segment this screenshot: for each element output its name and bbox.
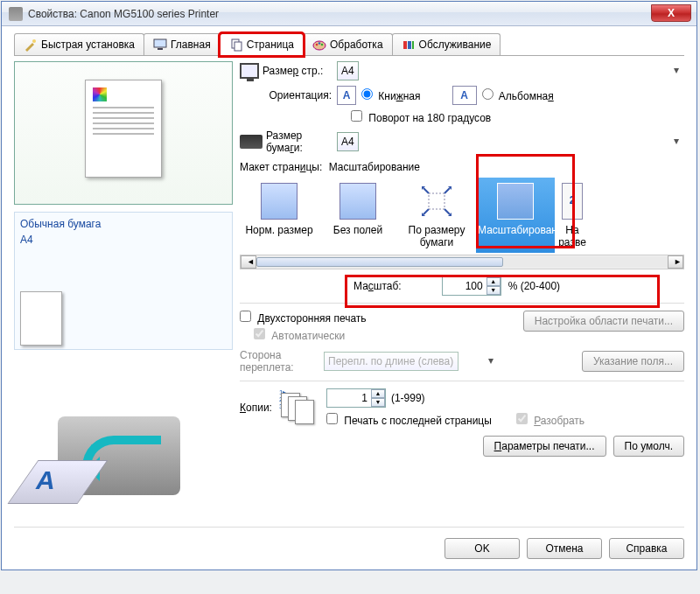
svg-point-6	[316, 44, 318, 46]
portrait-radio[interactable]: Книжная	[361, 88, 421, 102]
layout-scrollbar[interactable]: ◄ ►	[240, 255, 684, 269]
print-from-last-checkbox[interactable]: Печать с последней страницы	[326, 413, 492, 427]
binding-side-label: Сторона переплета:	[240, 349, 318, 374]
tab-quick-setup[interactable]: Быстрая установка	[14, 33, 144, 55]
layout-label: Макет страницы:	[240, 161, 322, 173]
paper-type-text: Обычная бумага	[20, 216, 227, 232]
palette-icon	[312, 38, 326, 52]
close-button[interactable]: X	[651, 4, 691, 22]
duplex-auto-checkbox: Автоматически	[254, 328, 345, 342]
tab-page[interactable]: Страница	[220, 33, 304, 56]
printer-properties-window: Свойства: Canon MG5100 series Printer X …	[1, 1, 697, 570]
svg-rect-4	[234, 42, 242, 51]
ok-button[interactable]: OK	[444, 538, 520, 559]
copies-spinner[interactable]: ▲ ▼	[326, 388, 386, 408]
copies-up-button[interactable]: ▲	[371, 389, 385, 398]
scrollbar-thumb[interactable]	[256, 257, 503, 267]
scroll-right-button[interactable]: ►	[668, 255, 683, 269]
wand-icon	[24, 38, 38, 52]
monitor-icon	[153, 38, 167, 52]
print-options-button[interactable]: Параметры печати...	[483, 436, 606, 457]
tab-label: Обработка	[330, 38, 383, 51]
layout-thumb-normal	[261, 183, 298, 220]
tab-label: Быстрая установка	[41, 38, 135, 51]
layout-scroller: Норм. размер Без полей По размеру бумаги	[240, 177, 684, 253]
margin-button: Указание поля...	[582, 351, 684, 372]
tab-processing[interactable]: Обработка	[303, 33, 393, 55]
tab-label: Страница	[247, 38, 294, 51]
svg-rect-2	[158, 48, 163, 50]
portrait-icon: A	[337, 86, 356, 105]
landscape-radio[interactable]: Альбомная	[482, 88, 554, 102]
page-size-select[interactable]: A4	[337, 61, 359, 80]
layout-item-borderless[interactable]: Без полей	[318, 178, 397, 253]
help-button[interactable]: Справка	[609, 538, 684, 559]
scale-label: Масштаб:	[354, 280, 402, 292]
svg-rect-9	[403, 41, 407, 49]
copies-down-button[interactable]: ▼	[371, 398, 385, 407]
layout-thumb-scaled	[497, 183, 534, 220]
rotate180-checkbox[interactable]: Поворот на 180 градусов	[351, 110, 491, 124]
titlebar: Свойства: Canon MG5100 series Printer X	[2, 2, 696, 26]
scroll-left-button[interactable]: ◄	[241, 255, 256, 269]
layout-thumb-nup: 2	[562, 183, 583, 220]
duplex-checkbox[interactable]: Двухсторонняя печать	[240, 312, 367, 325]
printer-illustration: A	[14, 355, 198, 521]
paper-size-select[interactable]: A4	[337, 132, 359, 151]
copies-label: Копии:	[240, 402, 272, 414]
printer-icon	[240, 135, 262, 149]
svg-rect-12	[429, 193, 444, 209]
tab-main[interactable]: Главная	[144, 33, 220, 55]
app-icon	[9, 7, 23, 21]
scale-up-button[interactable]: ▲	[486, 277, 500, 286]
svg-rect-1	[154, 39, 166, 47]
cancel-button[interactable]: Отмена	[527, 538, 602, 559]
copies-icon: 1▸2▸3▸	[281, 389, 318, 426]
svg-rect-11	[412, 41, 414, 49]
collate-checkbox: Разобрать	[516, 413, 584, 427]
page-preview	[14, 61, 233, 205]
scale-input[interactable]	[443, 278, 486, 294]
tab-maintenance[interactable]: Обслуживание	[392, 33, 501, 55]
preview-page-icon	[85, 80, 162, 178]
svg-point-0	[32, 39, 36, 43]
window-title: Свойства: Canon MG5100 series Printer	[28, 8, 651, 20]
scale-range: % (20-400)	[508, 280, 560, 292]
scale-down-button[interactable]: ▼	[486, 286, 500, 295]
tab-label: Обслуживание	[419, 38, 492, 51]
binding-side-select: Перепл. по длине (слева)	[324, 352, 458, 371]
layout-item-normal[interactable]: Норм. размер	[240, 178, 318, 253]
layout-item-fit[interactable]: По размеру бумаги	[397, 178, 476, 253]
layout-value: Масштабирование	[329, 161, 420, 173]
paper-info-box: Обычная бумага A4	[14, 212, 233, 350]
tab-strip: Быстрая установка Главная Страница Обраб…	[14, 33, 684, 56]
small-preview-icon	[20, 291, 62, 346]
layout-item-scaled[interactable]: Масштабирование	[476, 178, 555, 253]
svg-point-7	[318, 42, 321, 45]
svg-rect-10	[408, 41, 411, 49]
layout-thumb-fit	[418, 183, 455, 220]
cartridge-icon	[402, 38, 416, 52]
copies-range: (1-999)	[391, 392, 425, 404]
scale-spinner[interactable]: ▲ ▼	[442, 276, 501, 296]
copies-input[interactable]	[327, 390, 371, 406]
layout-thumb-borderless	[340, 183, 376, 220]
close-icon: X	[668, 7, 675, 19]
paper-size-text: A4	[20, 232, 227, 248]
orientation-label: Ориентация:	[270, 89, 332, 101]
layout-item-nup[interactable]: 2 На разве	[555, 178, 590, 253]
print-area-button: Настройка области печати...	[523, 311, 684, 332]
paper-size-label: Размербумаги:	[266, 129, 303, 154]
defaults-button[interactable]: По умолч.	[613, 436, 684, 457]
monitor-icon	[240, 63, 259, 79]
svg-point-8	[321, 44, 324, 46]
page-size-label: Размер стр.:	[262, 65, 323, 77]
landscape-icon: A	[452, 86, 477, 105]
pages-icon	[229, 38, 243, 52]
tab-label: Главная	[171, 38, 211, 51]
